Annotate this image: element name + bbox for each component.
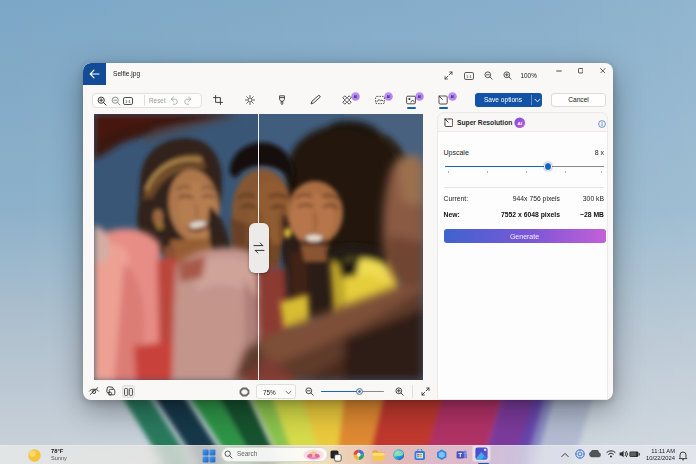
svg-text:1:1: 1:1 bbox=[125, 98, 131, 103]
svg-text:AI: AI bbox=[450, 94, 454, 99]
svg-text:AI: AI bbox=[418, 94, 422, 99]
svg-text:AI: AI bbox=[518, 121, 522, 126]
svg-text:AI: AI bbox=[387, 94, 391, 99]
svg-text:T: T bbox=[458, 452, 462, 458]
svg-text:1:1: 1:1 bbox=[466, 73, 472, 78]
svg-text:AI: AI bbox=[354, 94, 358, 99]
